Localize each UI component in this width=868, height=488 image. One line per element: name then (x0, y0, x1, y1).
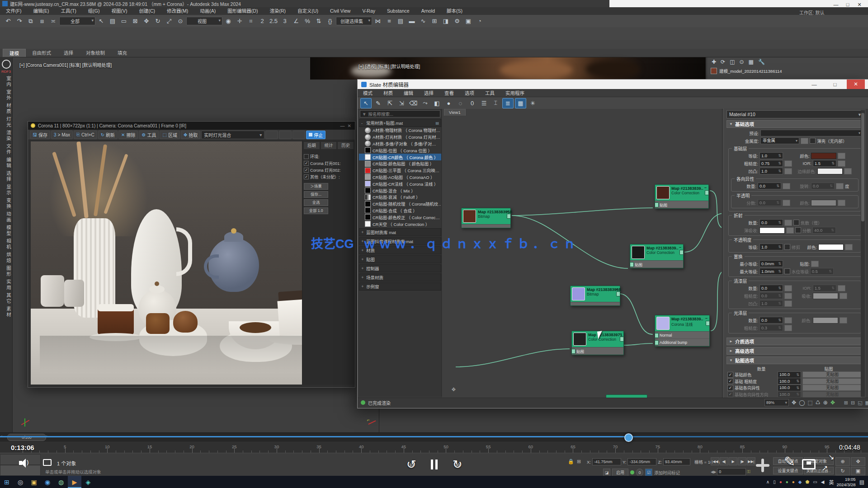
pause-button[interactable] (429, 458, 439, 471)
lightmix-row[interactable]: ✓ Corona 灯光001: (302, 160, 355, 167)
toolbar-icon[interactable]: ⋈ (373, 16, 383, 26)
param-dropdown[interactable]: 非金属 (760, 137, 799, 144)
tray-icon[interactable]: ◆ (798, 479, 802, 484)
command-panel-tab[interactable]: ✚ (712, 59, 716, 65)
graph-node[interactable]: Map #21383839..Color Correction–贴图 (630, 244, 684, 268)
toolbar-icon[interactable]: ⚙ (452, 16, 462, 26)
ribbon-icon-small[interactable] (127, 41, 138, 48)
tray-icon[interactable]: ● (779, 479, 782, 484)
taskbar-app-icon[interactable]: ▶ (68, 476, 81, 488)
lightmix-row[interactable]: ✓ Corona 灯光002: (302, 167, 355, 174)
plugin-tab[interactable]: 显示 (0, 184, 12, 196)
slate-nav-icon[interactable]: ⊕ (823, 399, 828, 406)
param-color-swatch[interactable] (813, 317, 838, 324)
toolbar-icon[interactable]: ◉ (223, 16, 234, 26)
slate-toolbar-icon[interactable]: ▦ (515, 98, 526, 108)
current-frame-field[interactable]: 0 (717, 468, 746, 475)
menu-item[interactable]: 渲染(R) (264, 7, 292, 15)
vfb-stop-button[interactable]: 停止 (306, 131, 326, 139)
rollout-header[interactable]: ▼基础选项 (726, 120, 863, 128)
toolbar-icon[interactable]: ⤢ (164, 16, 175, 26)
param-spinner[interactable]: 1.0⇅ (760, 152, 783, 159)
vfb-toolbar-button[interactable]: ⚙ 工具 (139, 131, 159, 139)
lightmix-row[interactable]: 环境: (302, 153, 355, 160)
toolbar-icon[interactable]: 3 (279, 16, 290, 26)
param-map-slot[interactable] (786, 227, 794, 234)
toolbar-combo[interactable]: 全部 (59, 17, 95, 25)
param-checkbox[interactable] (784, 244, 790, 250)
slate-nav-icon[interactable]: ⬚ (808, 399, 813, 406)
ribbon-icon[interactable] (491, 28, 503, 39)
slate-corner-icon[interactable]: ⊟ (851, 400, 855, 406)
param-map-slot[interactable] (838, 285, 845, 291)
ribbon-icon-small[interactable] (59, 41, 70, 48)
ribbon-icon-small[interactable] (353, 41, 364, 48)
ribbon-icon[interactable] (442, 28, 454, 39)
menu-item[interactable]: V-Ray (356, 7, 381, 15)
toolbar-icon[interactable]: 2.5 (268, 16, 279, 26)
material-group-collapsed[interactable]: +贴图 (359, 255, 441, 263)
command-panel-tab[interactable]: ⊙ (739, 59, 744, 65)
param-map-slot[interactable] (844, 168, 852, 174)
slate-toolbar-icon[interactable]: ⌶ (491, 99, 501, 108)
toolbar-icon[interactable]: ≡ (384, 16, 395, 26)
toolbar-icon[interactable]: ⊞ (429, 16, 440, 26)
toolbar-icon[interactable]: ⧈ (37, 16, 47, 26)
ribbon-icon[interactable] (381, 28, 393, 39)
params-scrollbar[interactable] (861, 110, 865, 397)
ribbon-icon[interactable] (406, 28, 417, 39)
notification-icon[interactable]: ▤ (859, 479, 864, 485)
ribbon-icon-small[interactable] (274, 41, 285, 48)
graph-node[interactable]: Map #2138383968Bitmap– (570, 286, 620, 306)
param-map-slot[interactable] (784, 317, 792, 324)
big-key-button[interactable] (756, 459, 769, 472)
toolbar-icon[interactable]: ∿ (418, 16, 429, 26)
selection-lock-icon[interactable]: 🔒 (568, 459, 574, 465)
vfb-tab[interactable]: 统计 (321, 141, 337, 150)
plugin-tab[interactable]: 渲染 (0, 130, 12, 141)
slate-maximize-button[interactable]: □ (826, 82, 844, 87)
material-list-item[interactable]: CR贴图-三平面 （ Corona 三向映… (359, 167, 441, 174)
enable-button[interactable]: 启用 (612, 469, 628, 476)
param-map-slot[interactable] (784, 293, 792, 299)
toolbar-icon[interactable]: ↷ (14, 16, 25, 26)
param-spinner[interactable]: 0.5⇅ (810, 268, 834, 275)
ribbon-icon-small[interactable] (206, 41, 217, 48)
slate-nav-icon[interactable]: ♺ (816, 399, 821, 406)
lightmix-button[interactable]: 保存... (304, 191, 328, 198)
vfb-toolbar-button[interactable]: ✕ 擦除 (118, 131, 138, 139)
ribbon-icon-small[interactable] (14, 41, 25, 48)
param-checkbox[interactable] (795, 227, 801, 233)
go-end-button[interactable]: ▶▶| (747, 457, 755, 465)
ribbon-icon-small[interactable] (251, 41, 262, 48)
lightmix-checkbox[interactable]: ✓ (304, 168, 309, 173)
node-input-socket[interactable] (630, 262, 634, 267)
ribbon-icon-small[interactable] (285, 41, 296, 48)
ribbon-icon-small[interactable] (3, 41, 14, 48)
vfb-zoom-icon[interactable] (279, 131, 292, 139)
ribbon-icon[interactable] (503, 28, 515, 39)
ribbon-icon-small[interactable] (138, 41, 149, 48)
tray-icon[interactable]: ▯ (773, 479, 776, 484)
viewport-nav-icon[interactable]: ▣ (851, 467, 865, 475)
ribbon-icon-small[interactable] (184, 41, 194, 48)
plugin-logo-icon[interactable] (2, 60, 11, 69)
ribbon-tab[interactable]: 选择 (57, 49, 80, 57)
slate-menu-item[interactable]: 选择 (419, 89, 439, 96)
param-spinner[interactable]: 0.0⇅ (760, 219, 783, 226)
slate-toolbar-icon[interactable]: ⇲ (396, 99, 407, 108)
tray-icon[interactable]: ◀ (821, 479, 825, 484)
annotate-pencil-icon[interactable]: ✎ (784, 454, 795, 469)
menu-item[interactable]: Civil View (324, 7, 356, 15)
taskbar-app-icon[interactable]: ◉ (41, 476, 54, 488)
taskbar-app-icon[interactable]: ▣ (27, 476, 41, 488)
vfb-tab[interactable]: 历史 (337, 141, 354, 150)
param-spinner[interactable]: 1.0mm⇅ (760, 268, 783, 275)
ribbon-icon[interactable] (454, 28, 466, 39)
slate-nav-icon[interactable]: ✥ (792, 399, 796, 406)
ribbon-icon-small[interactable] (421, 41, 432, 48)
ribbon-tab[interactable]: 对象绘制 (80, 49, 111, 57)
tray-icon[interactable]: ⬟ (806, 479, 810, 484)
map-button[interactable]: 无贴图 (802, 385, 862, 391)
minimize-button[interactable]: — (830, 2, 842, 7)
